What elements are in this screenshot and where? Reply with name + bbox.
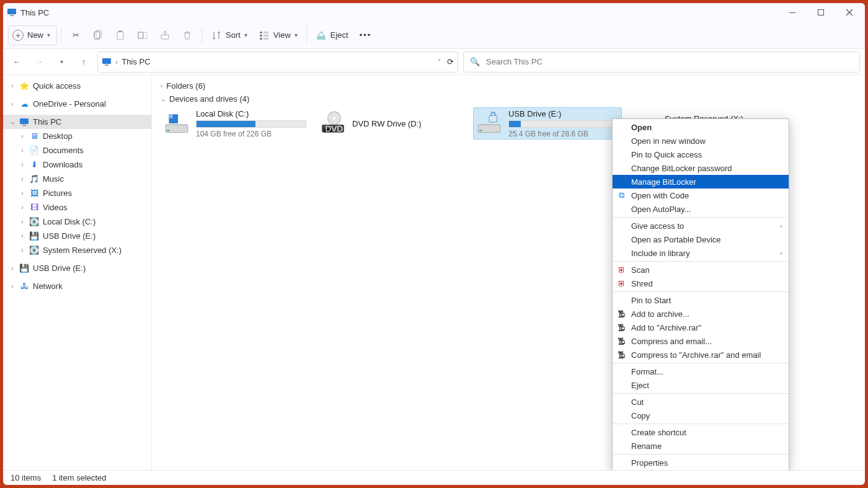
nav-videos[interactable]: ›🎞Videos [3, 200, 151, 215]
nav-this-pc[interactable]: ⌄This PC [3, 115, 151, 129]
copy-button[interactable] [87, 25, 108, 45]
nav-quick-access[interactable]: ›⭐Quick access [3, 79, 151, 93]
breadcrumb[interactable]: This PC [122, 57, 150, 66]
svg-text:DVD: DVD [325, 124, 343, 133]
menu-scan[interactable]: ⛨Scan [613, 263, 789, 277]
delete-button[interactable] [177, 25, 198, 45]
menu-copy[interactable]: Copy [613, 409, 789, 422]
svg-rect-6 [117, 32, 123, 40]
search-icon: 🔍 [470, 57, 480, 66]
ellipsis-icon: ••• [360, 30, 372, 40]
menu-open-with-code[interactable]: ⧉Open with Code [613, 189, 789, 202]
new-button[interactable]: + New ▾ [8, 25, 57, 45]
recent-locations-button[interactable]: ▾ [53, 53, 70, 71]
nav-system-reserved[interactable]: ›💽System Reserved (X:) [3, 243, 151, 257]
menu-properties[interactable]: Properties [613, 456, 789, 469]
menu-change-bitlocker[interactable]: Change BitLocker password [613, 161, 789, 175]
sort-button[interactable]: Sort ▾ [206, 25, 252, 45]
menu-eject[interactable]: Eject [613, 378, 789, 392]
svg-rect-12 [260, 35, 262, 37]
rename-icon [137, 30, 148, 41]
more-button[interactable]: ••• [355, 25, 377, 45]
share-button[interactable] [154, 25, 175, 45]
pictures-icon: 🖼 [29, 189, 39, 198]
nav-music[interactable]: ›🎵Music [3, 172, 151, 186]
menu-shred[interactable]: ⛨Shred [613, 277, 789, 290]
view-icon [259, 30, 270, 41]
nav-usb-e[interactable]: ›💾USB Drive (E:) [3, 229, 151, 243]
shield-icon: ⛨ [615, 278, 627, 289]
cut-button[interactable]: ✂ [65, 25, 86, 45]
svg-rect-23 [167, 130, 169, 131]
chevron-right-icon: › [115, 57, 118, 66]
nav-network[interactable]: ›🖧Network [3, 279, 151, 293]
drive-local-disk-c[interactable]: Local Disk (C:) 104 GB free of 226 GB [161, 107, 309, 140]
menu-manage-bitlocker[interactable]: Manage BitLocker [613, 175, 789, 189]
star-icon: ⭐ [19, 81, 29, 91]
menu-compress-email[interactable]: 🗜Compress and email... [613, 334, 789, 348]
drive-dvd-d[interactable]: DVD DVD RW Drive (D:) [317, 107, 466, 140]
menu-include-library[interactable]: Include in library› [613, 246, 789, 260]
menu-format[interactable]: Format... [613, 365, 789, 378]
back-button[interactable]: ← [8, 53, 25, 71]
svg-rect-21 [22, 125, 26, 126]
svg-rect-7 [118, 30, 122, 32]
nav-downloads[interactable]: ›⬇Downloads [3, 157, 151, 172]
menu-open[interactable]: Open [613, 120, 789, 134]
svg-rect-0 [7, 9, 16, 14]
nav-local-disk-c[interactable]: ›💽Local Disk (C:) [3, 215, 151, 229]
search-input[interactable] [486, 57, 853, 66]
this-pc-icon [19, 117, 29, 127]
refresh-button[interactable]: ⟳ [447, 57, 454, 66]
group-drives[interactable]: ⌄Devices and drives (4) [161, 94, 856, 104]
menu-create-shortcut[interactable]: Create shortcut [613, 425, 789, 439]
chevron-down-icon[interactable]: ˅ [438, 58, 441, 65]
view-button[interactable]: View ▾ [254, 25, 303, 45]
svg-point-27 [333, 117, 335, 120]
nav-desktop[interactable]: ›🖥Desktop [3, 129, 151, 143]
minimize-button[interactable] [778, 3, 807, 22]
menu-open-new-window[interactable]: Open in new window [613, 134, 789, 148]
search-box[interactable]: 🔍 [463, 51, 860, 73]
nav-usb-e-root[interactable]: ›💾USB Drive (E:) [3, 261, 151, 275]
svg-rect-16 [264, 38, 268, 40]
eject-icon [316, 30, 327, 41]
svg-rect-20 [20, 118, 29, 124]
menu-open-portable[interactable]: Open as Portable Device [613, 233, 789, 246]
up-button[interactable]: ↑ [75, 53, 92, 71]
group-folders[interactable]: ›Folders (6) [161, 81, 856, 91]
menu-add-archive[interactable]: 🗜Add to archive... [613, 307, 789, 321]
address-bar[interactable]: › This PC ˅ ⟳ [97, 51, 458, 73]
menu-open-autoplay[interactable]: Open AutoPlay... [613, 202, 789, 216]
forward-button[interactable]: → [30, 53, 48, 71]
menu-give-access-to[interactable]: Give access to› [613, 219, 789, 233]
paste-button[interactable] [110, 25, 131, 45]
share-icon [159, 30, 170, 41]
menu-cut[interactable]: Cut [613, 395, 789, 409]
drive-free: 25.4 GB free of 28.6 GB [508, 130, 619, 138]
usb-icon: 💾 [29, 231, 39, 241]
menu-pin-start[interactable]: Pin to Start [613, 293, 789, 307]
nav-onedrive[interactable]: ›☁OneDrive - Personal [3, 97, 151, 111]
svg-rect-18 [102, 58, 111, 64]
menu-compress-email-rar[interactable]: 🗜Compress to "Archive.rar" and email [613, 348, 789, 362]
drive-usb-e[interactable]: USB Drive (E:) 25.4 GB free of 28.6 GB [473, 107, 622, 140]
svg-rect-14 [264, 32, 268, 33]
close-button[interactable] [835, 3, 864, 22]
maximize-button[interactable] [807, 3, 835, 22]
cloud-icon: ☁ [19, 99, 29, 109]
shield-icon: ⛨ [615, 264, 627, 275]
svg-rect-10 [161, 35, 169, 39]
svg-rect-1 [10, 15, 14, 16]
nav-documents[interactable]: ›📄Documents [3, 143, 151, 157]
rename-button[interactable] [132, 25, 153, 45]
drive-icon: 💽 [29, 246, 39, 255]
this-pc-icon [7, 7, 17, 17]
menu-rename[interactable]: Rename [613, 439, 789, 453]
nav-pictures[interactable]: ›🖼Pictures [3, 186, 151, 200]
drive-icon: 💽 [29, 217, 39, 227]
menu-add-archive-rar[interactable]: 🗜Add to "Archive.rar" [613, 321, 789, 334]
drive-name: Local Disk (C:) [196, 109, 306, 118]
menu-pin-quick-access[interactable]: Pin to Quick access [613, 148, 789, 161]
eject-button[interactable]: Eject [311, 25, 353, 45]
